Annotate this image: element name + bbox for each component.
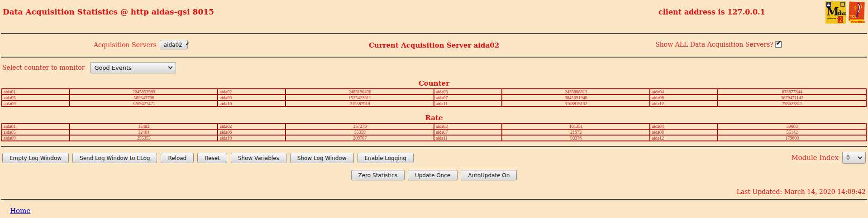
- counter-cell-name: aida11: [434, 101, 502, 107]
- action-button-row: Zero Statistics Update Once AutoUpdate O…: [0, 170, 868, 180]
- svg-text:powered by: powered by: [827, 17, 839, 19]
- rate-cell-name: aida06: [218, 129, 286, 135]
- rate-cell-name: aida10: [218, 135, 286, 141]
- rate-cell-name: aida05: [2, 129, 70, 135]
- counter-cell-value: 500343798: [70, 95, 218, 101]
- counter-cell-name: aida12: [650, 101, 718, 107]
- divider: [1, 199, 867, 200]
- counter-table-title: Counter: [0, 79, 868, 87]
- rate-cell-name: aida04: [650, 123, 718, 129]
- rate-cell-value: 15482: [70, 123, 218, 129]
- rate-cell-name: aida08: [650, 129, 718, 135]
- module-index-group: Module Index 0: [791, 152, 866, 164]
- client-address-text: client address is 127.0.0.1: [658, 8, 765, 16]
- counter-table-row: aida05500343798aida061525423611aida07384…: [2, 95, 866, 101]
- rate-cell-value: 32404: [70, 129, 218, 135]
- rate-cell-value: 55142: [718, 129, 866, 135]
- rate-cell-name: aida07: [434, 129, 502, 135]
- logo-area: M idas powered by TCL POWERED: [825, 1, 866, 24]
- module-index-select[interactable]: 0: [842, 152, 866, 164]
- svg-text:TCL: TCL: [850, 15, 857, 19]
- rate-table: aida0115482aida02157279aida03101351aida0…: [1, 123, 867, 141]
- chevron-down-icon: [168, 64, 173, 69]
- rate-cell-name: aida03: [434, 123, 502, 129]
- counter-cell-name: aida08: [650, 95, 718, 101]
- toolbar: Empty Log Window Send Log Window to ELog…: [2, 153, 868, 163]
- rate-table-title: Rate: [0, 114, 868, 122]
- counter-cell-value: 878877844: [718, 89, 866, 95]
- show-all-servers-checkbox[interactable]: ✔: [775, 41, 782, 48]
- acquisition-server-row: Acquisition Servers aida02 Current Acqui…: [0, 34, 868, 57]
- module-index-selected-value: 0: [846, 155, 850, 161]
- reload-button[interactable]: Reload: [161, 153, 194, 163]
- midas-logo-icon: M idas powered by: [825, 1, 846, 24]
- counter-cell-value: 3269427471: [70, 101, 218, 107]
- counter-cell-value: 3168815102: [502, 101, 650, 107]
- update-once-button[interactable]: Update Once: [408, 170, 458, 180]
- counter-cell-name: aida04: [650, 89, 718, 95]
- rate-cell-value: 59603: [718, 123, 866, 129]
- divider: [1, 146, 867, 147]
- counter-cell-name: aida10: [218, 101, 286, 107]
- counter-cell-value: 2483190420: [286, 89, 434, 95]
- home-link[interactable]: Home: [10, 207, 30, 215]
- reset-button[interactable]: Reset: [197, 153, 227, 163]
- chevron-down-icon: [858, 155, 863, 159]
- rate-cell-value: 21972: [502, 129, 650, 135]
- autoupdate-on-button[interactable]: AutoUpdate On: [461, 170, 517, 180]
- zero-statistics-button[interactable]: Zero Statistics: [351, 170, 405, 180]
- counter-cell-value: 2045853989: [70, 89, 218, 95]
- counter-table: aida012045853989aida022483190420aida0324…: [1, 88, 867, 107]
- counter-monitor-selected-value: Good Events: [94, 64, 131, 71]
- send-log-to-elog-button[interactable]: Send Log Window to ELog: [72, 153, 157, 163]
- select-counter-label: Select counter to monitor: [2, 64, 85, 71]
- counter-cell-name: aida09: [2, 101, 70, 107]
- counter-cell-value: 1525423611: [286, 95, 434, 101]
- rate-cell-name: aida12: [650, 135, 718, 141]
- counter-cell-name: aida05: [2, 95, 70, 101]
- rate-cell-name: aida01: [2, 123, 70, 129]
- rate-cell-value: 101351: [502, 123, 650, 129]
- counter-cell-value: 3845091948: [502, 95, 650, 101]
- empty-log-window-button[interactable]: Empty Log Window: [2, 153, 69, 163]
- counter-cell-name: aida07: [434, 95, 502, 101]
- tcl-powered-logo-icon: TCL POWERED: [848, 1, 866, 24]
- counter-cell-value: 3679471142: [718, 95, 866, 101]
- rate-cell-value: 157279: [286, 123, 434, 129]
- footer-dot: .: [10, 202, 868, 206]
- page-header: Data Acquisition Statistics @ http aidas…: [0, 0, 868, 33]
- rate-cell-value: 179600: [718, 135, 866, 141]
- rate-table-row: aida0115482aida02157279aida03101351aida0…: [2, 123, 866, 129]
- rate-cell-name: aida11: [434, 135, 502, 141]
- rate-table-row: aida0532404aida0655359aida0721972aida085…: [2, 129, 866, 135]
- svg-text:idas: idas: [835, 10, 846, 16]
- page-footer: . Home: [0, 202, 868, 215]
- counter-cell-value: 798623811: [718, 101, 866, 107]
- rate-cell-name: aida09: [2, 135, 70, 141]
- rate-cell-name: aida02: [218, 123, 286, 129]
- counter-cell-name: aida06: [218, 95, 286, 101]
- counter-table-row: aida012045853989aida022483190420aida0324…: [2, 89, 866, 95]
- counter-cell-name: aida03: [434, 89, 502, 95]
- rate-cell-value: 255353: [70, 135, 218, 141]
- rate-cell-value: 93376: [502, 135, 650, 141]
- page-title: Data Acquisition Statistics @ http aidas…: [3, 7, 214, 16]
- module-index-label: Module Index: [791, 154, 839, 162]
- show-all-servers-label: Show ALL Data Acquisition Servers?: [655, 41, 773, 48]
- last-updated-text: Last Updated: March 14, 2020 14:09:42: [0, 188, 868, 195]
- counter-cell-name: aida01: [2, 89, 70, 95]
- rate-cell-value: 209707: [286, 135, 434, 141]
- counter-cell-value: 2439808813: [502, 89, 650, 95]
- rate-cell-value: 55359: [286, 129, 434, 135]
- enable-logging-button[interactable]: Enable Logging: [358, 153, 414, 163]
- counter-cell-value: 215587910: [286, 101, 434, 107]
- counter-monitor-select[interactable]: Good Events: [90, 62, 176, 73]
- counter-table-row: aida093269427471aida10215587910aida11316…: [2, 101, 866, 107]
- counter-cell-name: aida02: [218, 89, 286, 95]
- rate-table-row: aida09255353aida10209707aida1193376aida1…: [2, 135, 866, 141]
- counter-select-row: Select counter to monitor Good Events: [0, 58, 868, 78]
- show-variables-button[interactable]: Show Variables: [231, 153, 286, 163]
- checkmark-icon: ✔: [776, 39, 782, 47]
- show-log-window-button[interactable]: Show Log Window: [290, 153, 354, 163]
- svg-text:POWERED: POWERED: [851, 20, 865, 23]
